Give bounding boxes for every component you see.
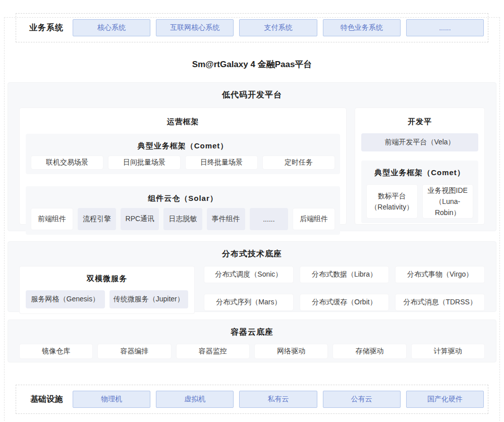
business-system-box: 互联网核心系统 — [156, 19, 234, 36]
comet-framework-card: 典型业务框架（Comet） 联机交易场景日间批量场景日终批量场景定时任务 — [26, 134, 340, 174]
dev-comet-title: 典型业务框架（Comet） — [366, 168, 473, 178]
dev-tool-box: 数标平台 （Relativity） — [366, 184, 418, 219]
business-systems-label: 业务系统 — [20, 23, 73, 33]
business-system-box: ...... — [406, 19, 484, 36]
comet-scenario-box: 日终批量场景 — [185, 155, 258, 170]
comet-scenario-box: 联机交易场景 — [31, 155, 103, 170]
dual-mode-card: 双模微服务 服务网格（Genesis）传统微服务（Jupiter） — [19, 266, 195, 314]
solar-component-title: 组件云仓（Solar） — [31, 194, 335, 203]
dev-platform-title: 开发平 — [361, 117, 478, 127]
distributed-service-box: 分布式调度（Sonic） — [204, 266, 294, 283]
distributed-service-box: 分布式数据（Libra） — [300, 266, 389, 283]
solar-component-box: RPC通讯 — [121, 208, 159, 230]
container-capability-box: 网络驱动 — [254, 344, 328, 359]
dual-mode-title: 双模微服务 — [26, 274, 188, 284]
solar-component-box: 流程引擎 — [78, 208, 116, 230]
platform-title: Sm@rtGalaxy 4 金融Paas平台 — [0, 59, 504, 70]
dev-comet-card: 典型业务框架（Comet） 数标平台 （Relativity） 业务视图IDE … — [361, 161, 478, 223]
business-systems-list: 核心系统互联网核心系统支付系统特色业务系统...... — [73, 19, 484, 36]
container-capability-box: 容器编排 — [97, 344, 171, 359]
container-base-panel: 容器云底座 镜像仓库容器编排容器监控网络驱动存储驱动计算驱动 — [8, 320, 496, 362]
infrastructure-box: 私有云 — [239, 391, 317, 408]
low-code-platform-title: 低代码开发平台 — [19, 90, 485, 100]
back-component-box: 后端组件 — [293, 208, 335, 230]
infrastructure-label: 基础设施 — [20, 394, 73, 405]
operation-framework-title: 运营框架 — [26, 117, 340, 127]
container-capability-box: 镜像仓库 — [19, 344, 93, 359]
dev-comet-list: 数标平台 （Relativity） 业务视图IDE （Luna-Robin） — [366, 184, 473, 219]
container-base-list: 镜像仓库容器编排容器监控网络驱动存储驱动计算驱动 — [19, 344, 485, 359]
infrastructure-section: 基础设施 物理机虚拟机私有云公有云国产化硬件 — [16, 385, 488, 414]
infrastructure-box: 物理机 — [73, 391, 150, 408]
distributed-base-panel: 分布式技术底座 双模微服务 服务网格（Genesis）传统微服务（Jupiter… — [8, 241, 496, 312]
business-system-box: 特色业务系统 — [323, 19, 401, 36]
comet-framework-title: 典型业务框架（Comet） — [31, 141, 335, 151]
distributed-base-body: 双模微服务 服务网格（Genesis）传统微服务（Jupiter） 分布式调度（… — [19, 266, 485, 314]
architecture-diagram: 业务系统 核心系统互联网核心系统支付系统特色业务系统...... Sm@rtGa… — [0, 13, 504, 422]
container-base-title: 容器云底座 — [19, 327, 485, 338]
operation-framework-card: 运营框架 典型业务框架（Comet） 联机交易场景日间批量场景日终批量场景定时任… — [19, 108, 347, 225]
distributed-base-title: 分布式技术底座 — [19, 249, 485, 259]
solar-middle-list: 流程引擎RPC通讯日志脱敏事件组件...... — [78, 208, 288, 230]
comet-scenario-box: 定时任务 — [262, 155, 335, 170]
infrastructure-box: 国产化硬件 — [406, 391, 484, 408]
container-capability-box: 计算驱动 — [411, 344, 485, 359]
front-component-box: 前端组件 — [31, 208, 73, 230]
distributed-service-box: 分布式缓存（Orbit） — [300, 294, 389, 311]
solar-component-box: ...... — [250, 208, 288, 230]
container-capability-box: 存储驱动 — [332, 344, 406, 359]
vela-platform-box: 前端开发平台（Vela） — [361, 133, 478, 151]
dev-platform-card: 开发平 前端开发平台（Vela） 典型业务框架（Comet） 数标平台 （Rel… — [355, 108, 485, 225]
distributed-service-box: 分布式消息（TDRSS） — [395, 294, 485, 311]
business-system-box: 支付系统 — [239, 19, 317, 36]
infrastructure-list: 物理机虚拟机私有云公有云国产化硬件 — [73, 391, 484, 408]
infrastructure-box: 虚拟机 — [156, 391, 234, 408]
infrastructure-box: 公有云 — [323, 391, 401, 408]
microservice-box: 传统微服务（Jupiter） — [109, 290, 189, 308]
distributed-service-box: 分布式事物（Virgo） — [395, 266, 485, 283]
container-capability-box: 容器监控 — [176, 344, 250, 359]
solar-component-row: 前端组件 流程引擎RPC通讯日志脱敏事件组件...... 后端组件 — [31, 208, 335, 230]
comet-scenario-list: 联机交易场景日间批量场景日终批量场景定时任务 — [31, 155, 335, 170]
distributed-service-box: 分布式序列（Mars） — [204, 294, 294, 311]
business-system-box: 核心系统 — [73, 19, 150, 36]
solar-component-box: 事件组件 — [207, 208, 245, 230]
microservice-box: 服务网格（Genesis） — [26, 290, 105, 308]
business-systems-section: 业务系统 核心系统互联网核心系统支付系统特色业务系统...... — [16, 13, 488, 42]
dual-mode-list: 服务网格（Genesis）传统微服务（Jupiter） — [26, 290, 188, 308]
distributed-services-grid: 分布式调度（Sonic）分布式数据（Libra）分布式事物（Virgo）分布式序… — [204, 266, 485, 314]
low-code-platform-panel: 低代码开发平台 运营框架 典型业务框架（Comet） 联机交易场景日间批量场景日… — [8, 82, 496, 231]
dev-tool-box: 业务视图IDE （Luna-Robin） — [422, 184, 474, 219]
comet-scenario-box: 日间批量场景 — [108, 155, 181, 170]
solar-component-box: 日志脱敏 — [163, 208, 202, 230]
low-code-platform-body: 运营框架 典型业务框架（Comet） 联机交易场景日间批量场景日终批量场景定时任… — [19, 108, 485, 225]
solar-component-card: 组件云仓（Solar） 前端组件 流程引擎RPC通讯日志脱敏事件组件......… — [26, 186, 340, 235]
